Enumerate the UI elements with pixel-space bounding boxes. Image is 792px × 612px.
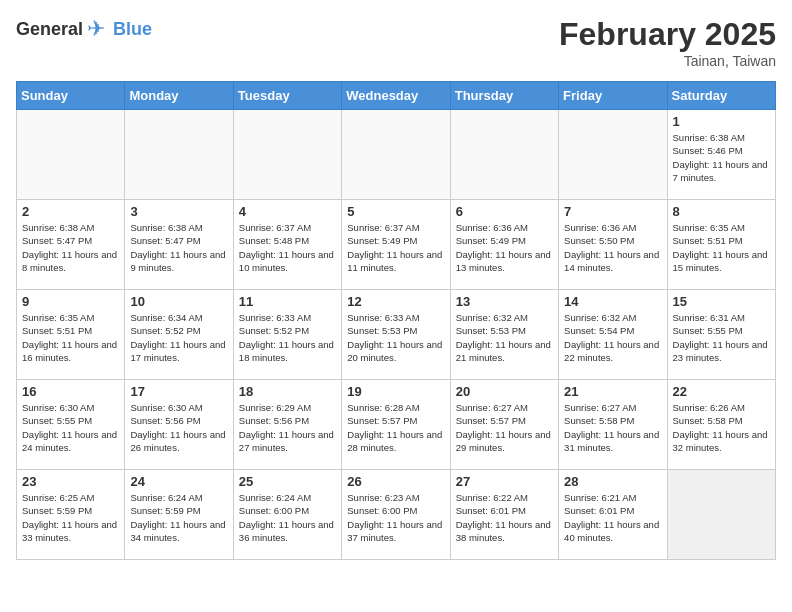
day-header-monday: Monday [125, 82, 233, 110]
day-number: 25 [239, 474, 336, 489]
day-info: Sunrise: 6:29 AM Sunset: 5:56 PM Dayligh… [239, 401, 336, 454]
calendar-cell: 2Sunrise: 6:38 AM Sunset: 5:47 PM Daylig… [17, 200, 125, 290]
calendar-cell: 18Sunrise: 6:29 AM Sunset: 5:56 PM Dayli… [233, 380, 341, 470]
day-info: Sunrise: 6:33 AM Sunset: 5:52 PM Dayligh… [239, 311, 336, 364]
calendar-cell: 27Sunrise: 6:22 AM Sunset: 6:01 PM Dayli… [450, 470, 558, 560]
calendar-cell: 25Sunrise: 6:24 AM Sunset: 6:00 PM Dayli… [233, 470, 341, 560]
calendar-cell [450, 110, 558, 200]
calendar-cell: 28Sunrise: 6:21 AM Sunset: 6:01 PM Dayli… [559, 470, 667, 560]
calendar-cell [233, 110, 341, 200]
calendar-cell: 7Sunrise: 6:36 AM Sunset: 5:50 PM Daylig… [559, 200, 667, 290]
day-info: Sunrise: 6:23 AM Sunset: 6:00 PM Dayligh… [347, 491, 444, 544]
day-header-saturday: Saturday [667, 82, 775, 110]
day-info: Sunrise: 6:34 AM Sunset: 5:52 PM Dayligh… [130, 311, 227, 364]
day-info: Sunrise: 6:36 AM Sunset: 5:50 PM Dayligh… [564, 221, 661, 274]
calendar-week-row: 9Sunrise: 6:35 AM Sunset: 5:51 PM Daylig… [17, 290, 776, 380]
day-info: Sunrise: 6:37 AM Sunset: 5:48 PM Dayligh… [239, 221, 336, 274]
day-number: 14 [564, 294, 661, 309]
calendar-cell [342, 110, 450, 200]
day-info: Sunrise: 6:32 AM Sunset: 5:54 PM Dayligh… [564, 311, 661, 364]
calendar-cell: 16Sunrise: 6:30 AM Sunset: 5:55 PM Dayli… [17, 380, 125, 470]
day-info: Sunrise: 6:21 AM Sunset: 6:01 PM Dayligh… [564, 491, 661, 544]
calendar-week-row: 1Sunrise: 6:38 AM Sunset: 5:46 PM Daylig… [17, 110, 776, 200]
day-number: 10 [130, 294, 227, 309]
day-number: 18 [239, 384, 336, 399]
calendar-cell: 13Sunrise: 6:32 AM Sunset: 5:53 PM Dayli… [450, 290, 558, 380]
calendar-cell: 3Sunrise: 6:38 AM Sunset: 5:47 PM Daylig… [125, 200, 233, 290]
logo-blue: Blue [113, 19, 152, 40]
calendar-cell: 4Sunrise: 6:37 AM Sunset: 5:48 PM Daylig… [233, 200, 341, 290]
calendar-cell: 9Sunrise: 6:35 AM Sunset: 5:51 PM Daylig… [17, 290, 125, 380]
calendar-cell: 23Sunrise: 6:25 AM Sunset: 5:59 PM Dayli… [17, 470, 125, 560]
day-number: 17 [130, 384, 227, 399]
day-number: 5 [347, 204, 444, 219]
day-number: 6 [456, 204, 553, 219]
calendar-table: SundayMondayTuesdayWednesdayThursdayFrid… [16, 81, 776, 560]
day-info: Sunrise: 6:32 AM Sunset: 5:53 PM Dayligh… [456, 311, 553, 364]
day-number: 15 [673, 294, 770, 309]
day-info: Sunrise: 6:31 AM Sunset: 5:55 PM Dayligh… [673, 311, 770, 364]
day-number: 13 [456, 294, 553, 309]
day-info: Sunrise: 6:37 AM Sunset: 5:49 PM Dayligh… [347, 221, 444, 274]
day-number: 28 [564, 474, 661, 489]
calendar-cell: 17Sunrise: 6:30 AM Sunset: 5:56 PM Dayli… [125, 380, 233, 470]
day-number: 22 [673, 384, 770, 399]
day-number: 20 [456, 384, 553, 399]
day-info: Sunrise: 6:36 AM Sunset: 5:49 PM Dayligh… [456, 221, 553, 274]
day-info: Sunrise: 6:30 AM Sunset: 5:56 PM Dayligh… [130, 401, 227, 454]
calendar-cell: 6Sunrise: 6:36 AM Sunset: 5:49 PM Daylig… [450, 200, 558, 290]
calendar-cell: 15Sunrise: 6:31 AM Sunset: 5:55 PM Dayli… [667, 290, 775, 380]
day-number: 23 [22, 474, 119, 489]
day-number: 8 [673, 204, 770, 219]
calendar-header: General ✈ Blue February 2025 Tainan, Tai… [16, 16, 776, 69]
calendar-cell: 12Sunrise: 6:33 AM Sunset: 5:53 PM Dayli… [342, 290, 450, 380]
day-number: 2 [22, 204, 119, 219]
day-info: Sunrise: 6:28 AM Sunset: 5:57 PM Dayligh… [347, 401, 444, 454]
day-info: Sunrise: 6:35 AM Sunset: 5:51 PM Dayligh… [22, 311, 119, 364]
day-number: 19 [347, 384, 444, 399]
day-number: 26 [347, 474, 444, 489]
day-number: 16 [22, 384, 119, 399]
day-header-tuesday: Tuesday [233, 82, 341, 110]
day-info: Sunrise: 6:27 AM Sunset: 5:57 PM Dayligh… [456, 401, 553, 454]
calendar-week-row: 2Sunrise: 6:38 AM Sunset: 5:47 PM Daylig… [17, 200, 776, 290]
calendar-subtitle: Tainan, Taiwan [559, 53, 776, 69]
day-header-wednesday: Wednesday [342, 82, 450, 110]
calendar-cell [17, 110, 125, 200]
day-header-sunday: Sunday [17, 82, 125, 110]
day-info: Sunrise: 6:38 AM Sunset: 5:47 PM Dayligh… [22, 221, 119, 274]
day-info: Sunrise: 6:27 AM Sunset: 5:58 PM Dayligh… [564, 401, 661, 454]
day-info: Sunrise: 6:25 AM Sunset: 5:59 PM Dayligh… [22, 491, 119, 544]
calendar-cell: 8Sunrise: 6:35 AM Sunset: 5:51 PM Daylig… [667, 200, 775, 290]
day-number: 24 [130, 474, 227, 489]
calendar-cell: 21Sunrise: 6:27 AM Sunset: 5:58 PM Dayli… [559, 380, 667, 470]
calendar-cell: 14Sunrise: 6:32 AM Sunset: 5:54 PM Dayli… [559, 290, 667, 380]
day-info: Sunrise: 6:26 AM Sunset: 5:58 PM Dayligh… [673, 401, 770, 454]
calendar-week-row: 23Sunrise: 6:25 AM Sunset: 5:59 PM Dayli… [17, 470, 776, 560]
day-info: Sunrise: 6:30 AM Sunset: 5:55 PM Dayligh… [22, 401, 119, 454]
day-info: Sunrise: 6:22 AM Sunset: 6:01 PM Dayligh… [456, 491, 553, 544]
logo: General ✈ Blue [16, 16, 152, 42]
day-number: 7 [564, 204, 661, 219]
day-number: 9 [22, 294, 119, 309]
day-number: 4 [239, 204, 336, 219]
day-info: Sunrise: 6:24 AM Sunset: 5:59 PM Dayligh… [130, 491, 227, 544]
calendar-cell: 5Sunrise: 6:37 AM Sunset: 5:49 PM Daylig… [342, 200, 450, 290]
day-header-thursday: Thursday [450, 82, 558, 110]
logo-bird-icon: ✈ [87, 16, 105, 42]
day-info: Sunrise: 6:33 AM Sunset: 5:53 PM Dayligh… [347, 311, 444, 364]
day-number: 12 [347, 294, 444, 309]
calendar-cell: 26Sunrise: 6:23 AM Sunset: 6:00 PM Dayli… [342, 470, 450, 560]
calendar-cell: 24Sunrise: 6:24 AM Sunset: 5:59 PM Dayli… [125, 470, 233, 560]
calendar-cell: 19Sunrise: 6:28 AM Sunset: 5:57 PM Dayli… [342, 380, 450, 470]
day-header-friday: Friday [559, 82, 667, 110]
day-number: 1 [673, 114, 770, 129]
day-info: Sunrise: 6:38 AM Sunset: 5:46 PM Dayligh… [673, 131, 770, 184]
calendar-cell: 1Sunrise: 6:38 AM Sunset: 5:46 PM Daylig… [667, 110, 775, 200]
calendar-cell: 20Sunrise: 6:27 AM Sunset: 5:57 PM Dayli… [450, 380, 558, 470]
calendar-week-row: 16Sunrise: 6:30 AM Sunset: 5:55 PM Dayli… [17, 380, 776, 470]
day-info: Sunrise: 6:38 AM Sunset: 5:47 PM Dayligh… [130, 221, 227, 274]
day-number: 11 [239, 294, 336, 309]
calendar-cell: 11Sunrise: 6:33 AM Sunset: 5:52 PM Dayli… [233, 290, 341, 380]
day-number: 21 [564, 384, 661, 399]
